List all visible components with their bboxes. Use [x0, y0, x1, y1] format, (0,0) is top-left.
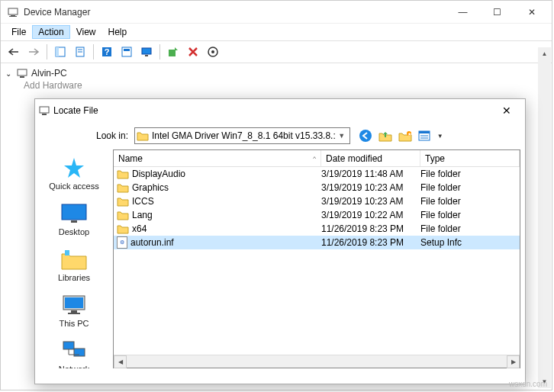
dialog-icon — [38, 104, 50, 117]
place-network[interactable]: Network — [40, 334, 108, 368]
close-button[interactable]: ✕ — [514, 2, 549, 23]
scroll-up-icon[interactable]: ▲ — [538, 47, 551, 60]
computer-icon — [16, 67, 28, 79]
places-bar: Quick access Desktop Libraries This PC N… — [35, 149, 113, 368]
this-pc-icon — [60, 293, 88, 317]
forward-button[interactable] — [24, 43, 43, 61]
file-name: Lang — [132, 210, 153, 220]
minimize-button[interactable]: — — [446, 2, 480, 23]
menubar: File Action View Help — [1, 24, 552, 40]
maximize-button[interactable]: ☐ — [480, 2, 514, 23]
svg-rect-28 — [62, 204, 86, 220]
tree-child-label[interactable]: Add Hardware — [24, 80, 547, 91]
back-button[interactable] — [5, 43, 23, 61]
file-date-cell: 11/26/2019 8:23 PM — [321, 237, 420, 248]
show-hide-tree-button[interactable] — [51, 43, 69, 61]
help-button[interactable]: ? — [98, 43, 116, 61]
horizontal-scrollbar[interactable]: ◀ ▶ — [114, 355, 520, 368]
properties-button[interactable] — [71, 43, 89, 61]
inf-file-icon: ⚙ — [117, 236, 127, 249]
place-desktop[interactable]: Desktop — [40, 197, 108, 243]
file-row[interactable]: ICCS3/19/2019 10:23 AMFile folder — [114, 194, 520, 208]
file-list[interactable]: DisplayAudio3/19/2019 11:48 AMFile folde… — [114, 167, 520, 355]
watermark: wsxdn.com — [509, 380, 547, 388]
quick-access-icon — [60, 156, 88, 180]
file-type-cell: File folder — [420, 196, 520, 207]
uninstall-button[interactable] — [184, 43, 202, 61]
network-icon — [60, 339, 88, 363]
file-name-cell: x64 — [114, 223, 321, 234]
file-name: Graphics — [132, 182, 169, 193]
menu-action[interactable]: Action — [32, 25, 69, 39]
svg-rect-29 — [71, 220, 77, 223]
place-label: Quick access — [49, 182, 98, 191]
new-folder-icon[interactable]: ★ — [398, 128, 413, 143]
main-vertical-scrollbar[interactable]: ▲ ▼ — [538, 47, 551, 388]
expand-icon[interactable]: ⌄ — [5, 69, 13, 78]
up-one-level-icon[interactable] — [378, 128, 393, 143]
file-type-cell: File folder — [420, 182, 520, 193]
svg-rect-35 — [63, 342, 74, 349]
scan-button[interactable] — [118, 43, 136, 61]
lookin-combo[interactable]: Intel GMA Driver Win7_8_8.1 64bit v15.33… — [134, 127, 350, 144]
column-header-date[interactable]: Date modified — [321, 150, 420, 166]
update-driver-button[interactable] — [164, 43, 182, 61]
file-type-cell: File folder — [420, 223, 520, 234]
file-date-cell: 11/26/2019 8:23 PM — [321, 223, 420, 234]
libraries-icon — [60, 247, 88, 272]
file-name-cell: Lang — [114, 210, 321, 220]
svg-rect-18 — [20, 76, 24, 78]
file-row[interactable]: Graphics3/19/2019 10:23 AMFile folder — [114, 181, 520, 194]
sort-indicator-icon: ^ — [313, 155, 316, 162]
scroll-right-icon[interactable]: ▶ — [507, 355, 520, 368]
place-libraries[interactable]: Libraries — [40, 243, 108, 288]
dropdown-icon[interactable]: ▼ — [336, 132, 348, 140]
menu-file[interactable]: File — [5, 25, 32, 39]
menu-view[interactable]: View — [70, 25, 102, 39]
locate-file-dialog: Locate File ✕ Look in: Intel GMA Driver … — [34, 98, 526, 384]
scroll-left-icon[interactable]: ◀ — [114, 355, 127, 368]
view-dropdown-icon[interactable]: ▼ — [437, 133, 443, 140]
folder-icon — [117, 197, 129, 207]
svg-rect-32 — [65, 297, 83, 308]
place-quick-access[interactable]: Quick access — [40, 151, 108, 197]
monitor-button[interactable] — [137, 43, 156, 61]
toolbar: ? — [1, 40, 552, 63]
file-row[interactable]: x6411/26/2019 8:23 PMFile folder — [114, 222, 520, 236]
column-header-type[interactable]: Type — [420, 150, 520, 166]
file-row[interactable]: DisplayAudio3/19/2019 11:48 AMFile folde… — [114, 167, 520, 181]
column-header-name[interactable]: Name ^ — [114, 150, 321, 166]
tree-root-label: Alvin-PC — [31, 68, 67, 79]
svg-rect-25 — [419, 131, 430, 133]
dialog-bottom-row — [35, 368, 525, 384]
dialog-body: Quick access Desktop Libraries This PC N… — [35, 149, 525, 368]
place-this-pc[interactable]: This PC — [40, 288, 108, 334]
toolbar-separator — [93, 44, 94, 59]
folder-icon — [117, 169, 129, 179]
back-nav-icon[interactable] — [358, 128, 373, 143]
file-name: autorun.inf — [130, 237, 174, 248]
file-row[interactable]: ⚙autorun.inf11/26/2019 8:23 PMSetup Infc — [114, 236, 520, 249]
view-menu-icon[interactable] — [417, 128, 433, 143]
svg-rect-12 — [142, 48, 151, 54]
dialog-close-button[interactable]: ✕ — [491, 101, 522, 120]
svg-text:★: ★ — [407, 132, 411, 137]
menu-help[interactable]: Help — [102, 25, 134, 39]
tree-root-row[interactable]: ⌄ Alvin-PC — [5, 66, 547, 80]
svg-rect-1 — [11, 15, 15, 16]
desktop-icon — [60, 201, 88, 226]
file-name: x64 — [132, 223, 147, 234]
file-name-cell: ICCS — [114, 196, 321, 207]
svg-rect-17 — [18, 69, 27, 76]
lookin-row: Look in: Intel GMA Driver Win7_8_8.1 64b… — [35, 122, 525, 149]
place-label: This PC — [59, 319, 89, 328]
file-list-header: Name ^ Date modified Type — [114, 150, 520, 167]
svg-rect-30 — [65, 250, 69, 255]
device-manager-window: Device Manager — ☐ ✕ File Action View He… — [0, 0, 552, 390]
file-name: ICCS — [132, 196, 154, 207]
svg-rect-14 — [169, 50, 176, 56]
scan-hardware-button[interactable] — [204, 43, 222, 61]
file-name-cell: DisplayAudio — [114, 169, 321, 179]
file-row[interactable]: Lang3/19/2019 10:22 AMFile folder — [114, 208, 520, 222]
svg-rect-33 — [71, 310, 77, 313]
